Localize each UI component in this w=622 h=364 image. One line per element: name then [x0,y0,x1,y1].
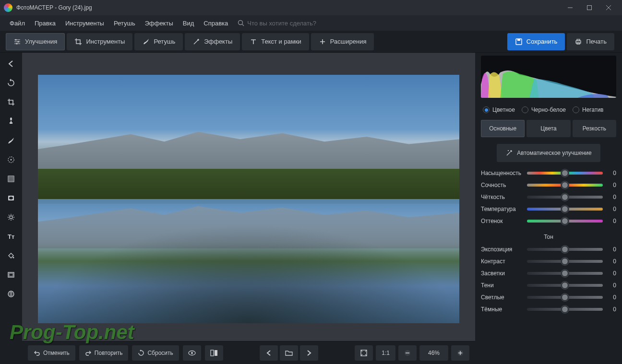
slider-track-shadows[interactable] [527,284,603,287]
auto-enhance-button[interactable]: Автоматическое улучшение [497,144,600,162]
search-icon [238,20,244,26]
brightness-tool[interactable] [3,209,19,225]
brush-tool[interactable] [3,132,19,149]
slider-track-tint[interactable] [527,220,603,223]
zoom-level[interactable]: 46% [419,345,448,361]
tab-text[interactable]: Текст и рамки [242,33,309,50]
svg-text:Tт: Tт [8,233,14,240]
slider-track-contrast[interactable] [527,260,603,263]
undo-icon [34,350,40,356]
gradient-tool[interactable] [3,171,19,187]
tab-sharpness[interactable]: Резкость [573,120,616,137]
radial-tool[interactable] [3,152,19,168]
menu-retouch[interactable]: Ретушь [110,18,139,29]
image-canvas[interactable] [38,75,459,323]
slider-track-temp[interactable] [527,208,603,211]
menu-edit[interactable]: Правка [31,18,60,29]
slider-temperature: Температура 0 [481,206,616,212]
slider-track-lights[interactable] [527,296,603,299]
menu-effects[interactable]: Эффекты [141,18,177,29]
menu-view[interactable]: Вид [179,18,198,29]
slider-tint: Оттенок 0 [481,218,616,224]
svg-rect-8 [577,39,580,41]
main-area: Tт Отменить Повторить [0,53,622,364]
tab-retouch[interactable]: Ретушь [134,33,183,50]
compare-toggle[interactable] [205,345,223,361]
brush-icon [142,38,150,46]
crop-tool[interactable] [3,94,19,110]
app-logo-icon [4,3,12,12]
main-toolbar: Улучшения Инструменты Ретушь Эффекты Тек… [0,31,622,53]
minimize-button[interactable] [561,0,580,15]
svg-point-15 [10,216,12,219]
crop-icon [74,38,82,46]
slider-vibrance: Сочность 0 [481,182,616,188]
folder-icon [285,350,293,356]
save-button[interactable]: Сохранить [507,33,565,50]
vignette-tool[interactable] [3,190,19,206]
slider-shadows: Тени 0 [481,282,616,289]
canvas-wrap [22,53,475,341]
tab-tools[interactable]: Инструменты [67,33,132,50]
tab-extensions[interactable]: Расширения [311,33,374,50]
text-icon [250,38,257,46]
slider-highlights: Засветки 0 [481,270,616,277]
frame-tool[interactable] [3,267,19,283]
tab-enhance[interactable]: Улучшения [6,33,65,50]
next-image-button[interactable] [300,345,318,361]
slider-exposure: Экспозиция 0 [481,246,616,253]
open-folder-button[interactable] [280,345,298,361]
mode-negative[interactable]: Негатив [573,106,603,113]
fill-tool[interactable] [3,247,19,264]
svg-point-2 [15,39,16,40]
menu-search[interactable]: Что вы хотите сделать? [238,20,316,27]
undo-button[interactable]: Отменить [28,345,75,361]
menu-file[interactable]: Файл [6,18,29,29]
mode-bw[interactable]: Черно-белое [522,106,566,113]
rotate-tool[interactable] [3,75,19,91]
slider-contrast: Контраст 0 [481,258,616,265]
svg-rect-24 [215,350,217,356]
reset-button[interactable]: Сбросить [132,345,179,361]
prev-image-button[interactable] [260,345,278,361]
svg-point-4 [16,43,17,44]
tab-effects[interactable]: Эффекты [185,33,240,50]
zoom-actual-button[interactable]: 1:1 [376,345,395,361]
svg-point-14 [9,197,13,200]
slider-track-saturation[interactable] [527,172,603,175]
close-button[interactable] [599,0,618,15]
wand-icon [192,38,200,46]
zoom-out-button[interactable] [398,345,417,361]
slider-track-highlights[interactable] [527,272,603,275]
titlebar: ФотоМАСТЕР - Gory (24).jpg [0,0,622,15]
slider-track-darks[interactable] [527,308,603,311]
mode-color[interactable]: Цветное [483,106,515,113]
tab-colors[interactable]: Цвета [526,120,570,137]
back-button[interactable] [3,56,19,72]
svg-rect-0 [587,6,592,10]
preview-toggle[interactable] [183,345,201,361]
slider-track-vibrance[interactable] [527,184,603,187]
slider-track-exposure[interactable] [527,248,603,251]
zoom-in-button[interactable] [451,345,469,361]
menu-tools[interactable]: Инструменты [61,18,108,29]
tab-basic[interactable]: Основные [481,120,525,137]
window-title: ФотоМАСТЕР - Gory (24).jpg [16,4,561,11]
globe-tool[interactable] [3,286,19,302]
slider-track-clarity[interactable] [527,196,603,199]
menu-help[interactable]: Справка [200,18,232,29]
svg-point-22 [191,352,193,354]
color-mode-row: Цветное Черно-белое Негатив [481,104,616,120]
stamp-tool[interactable] [3,113,19,129]
text-tool[interactable]: Tт [3,228,19,245]
chevron-right-icon [307,350,311,356]
histogram[interactable] [481,56,616,98]
maximize-button[interactable] [580,0,599,15]
fit-screen-button[interactable] [355,345,373,361]
redo-button[interactable]: Повторить [79,345,129,361]
svg-point-11 [11,159,12,161]
search-placeholder: Что вы хотите сделать? [247,20,316,27]
print-button[interactable]: Печать [567,33,614,50]
fit-icon [360,350,367,356]
print-icon [574,38,582,46]
